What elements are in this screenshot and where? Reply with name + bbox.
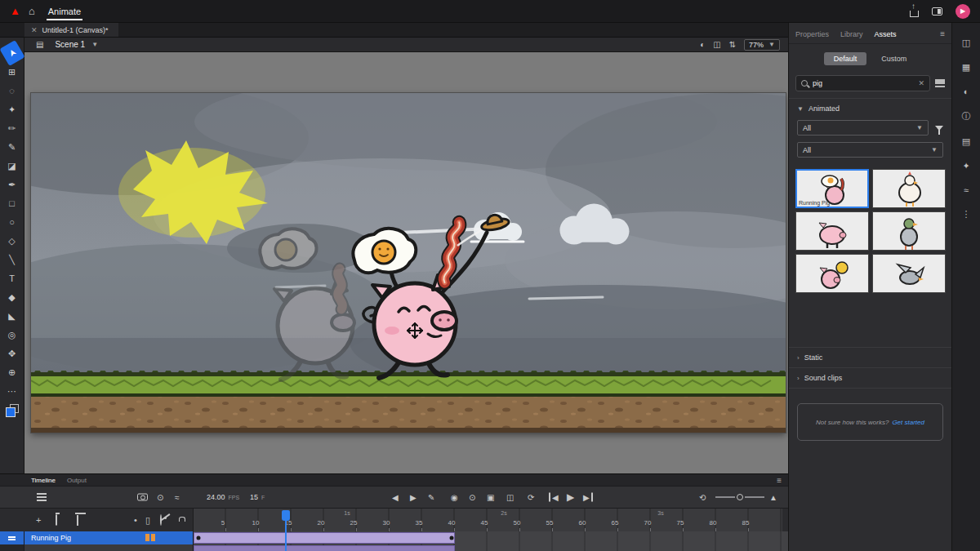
clear-search-icon[interactable]: ✕ bbox=[918, 79, 924, 87]
tween-span[interactable] bbox=[194, 545, 455, 551]
show-hide-all-icon[interactable] bbox=[160, 515, 162, 525]
pasteboard[interactable] bbox=[24, 52, 788, 473]
section-static[interactable]: › Static bbox=[789, 347, 951, 367]
asset-thumbnail-6[interactable] bbox=[872, 254, 946, 293]
panel-components-icon[interactable]: ⋮ bbox=[962, 209, 971, 220]
eyedropper-tool[interactable]: ◆ bbox=[2, 288, 22, 306]
stage[interactable] bbox=[31, 93, 786, 433]
layer-name[interactable]: Running Pig bbox=[31, 534, 71, 542]
home-icon[interactable]: ⌂ bbox=[29, 5, 35, 17]
eraser-tool[interactable]: ◪ bbox=[2, 157, 22, 175]
close-tab-icon[interactable]: ✕ bbox=[31, 26, 38, 34]
lasso-tool[interactable]: ◌ bbox=[2, 82, 22, 100]
asset-thumbnail-running-pig[interactable]: Running Pig bbox=[795, 169, 869, 208]
document-tab[interactable]: ✕ Untitled-1 (Canvas)* bbox=[24, 23, 118, 37]
panel-info-icon[interactable]: ⓘ bbox=[962, 110, 971, 122]
tab-assets[interactable]: Assets bbox=[875, 30, 897, 38]
custom-mode-button[interactable]: Custom bbox=[871, 52, 916, 65]
tab-timeline[interactable]: Timeline bbox=[31, 477, 56, 484]
polystar-tool[interactable]: ◇ bbox=[2, 232, 22, 250]
timeline-menu-icon[interactable]: ≡ bbox=[777, 476, 788, 485]
layer-row-running-pig[interactable]: Running Pig bbox=[0, 531, 788, 544]
rectangle-tool[interactable]: □ bbox=[2, 194, 22, 212]
layer-row-2[interactable] bbox=[0, 544, 788, 551]
fluid-brush-tool[interactable]: ✏ bbox=[2, 119, 22, 137]
free-transform-tool[interactable]: ⊞ bbox=[2, 63, 22, 81]
workspace-icon[interactable] bbox=[932, 7, 942, 16]
show-parenting-icon[interactable]: ⊙ bbox=[157, 493, 163, 502]
tween-span[interactable] bbox=[194, 532, 455, 544]
pen-tool[interactable]: ✒ bbox=[2, 176, 22, 193]
zoom-stepper-icon[interactable]: ⇅ bbox=[729, 40, 736, 49]
graph-editor-icon[interactable]: ≈ bbox=[175, 493, 180, 502]
panel-menu-icon[interactable]: ≡ bbox=[940, 29, 945, 38]
panel-properties-icon[interactable]: ◫ bbox=[962, 38, 970, 48]
oval-tool[interactable]: ○ bbox=[2, 213, 22, 231]
scene-chevron-icon[interactable]: ▼ bbox=[91, 41, 98, 48]
get-started-link[interactable]: Get started bbox=[892, 419, 924, 426]
asset-thumbnail-4[interactable] bbox=[872, 211, 946, 251]
asset-warp-tool[interactable]: ✦ bbox=[2, 100, 22, 118]
share-icon[interactable] bbox=[910, 11, 919, 17]
line-tool[interactable]: ╲ bbox=[2, 251, 22, 269]
frame-rate-value[interactable]: 24.00FPS bbox=[207, 493, 239, 501]
panel-align-icon[interactable]: ▦ bbox=[962, 62, 970, 73]
asset-thumbnail-2[interactable] bbox=[872, 169, 946, 208]
asset-thumbnail-3[interactable] bbox=[795, 211, 869, 251]
panel-graph-icon[interactable]: ≈ bbox=[964, 185, 969, 195]
edit-scene-icon[interactable]: ▤ bbox=[36, 40, 43, 49]
marker-range-icon[interactable]: ◫ bbox=[506, 493, 514, 502]
prev-keyframe-icon[interactable]: ◀ bbox=[392, 493, 399, 502]
fill-stroke-swatches[interactable] bbox=[6, 404, 19, 417]
layers-icon[interactable] bbox=[37, 493, 47, 501]
tab-properties[interactable]: Properties bbox=[795, 30, 829, 38]
asset-search-field[interactable]: ✕ bbox=[795, 75, 930, 91]
onion-skin-icon[interactable]: ◉ bbox=[451, 493, 458, 502]
insert-keyframe-icon[interactable]: ✎ bbox=[428, 493, 434, 502]
search-input[interactable] bbox=[813, 79, 913, 87]
new-layer-icon[interactable]: + bbox=[36, 515, 41, 525]
more-tools[interactable]: ⋯ bbox=[2, 382, 22, 400]
clip-content-icon[interactable]: ◐ bbox=[700, 40, 705, 49]
hand-tool[interactable]: ✥ bbox=[2, 344, 22, 362]
playhead[interactable] bbox=[282, 510, 290, 521]
section-sound-clips[interactable]: › Sound clips bbox=[789, 367, 951, 389]
zoom-tool[interactable]: ⊕ bbox=[2, 363, 22, 381]
tab-output[interactable]: Output bbox=[67, 477, 87, 484]
step-back-icon[interactable]: ◀ bbox=[549, 493, 559, 502]
app-title[interactable]: Animate bbox=[47, 2, 82, 21]
layer-track[interactable] bbox=[194, 531, 788, 544]
next-keyframe-icon[interactable]: ▶ bbox=[410, 493, 416, 502]
list-view-icon[interactable] bbox=[935, 79, 945, 87]
text-tool[interactable]: T bbox=[2, 269, 22, 287]
tab-library[interactable]: Library bbox=[840, 30, 863, 38]
animated-subcategory-select[interactable]: All ▼ bbox=[797, 142, 943, 158]
step-forward-icon[interactable]: ▶ bbox=[583, 493, 593, 502]
play-icon[interactable]: ▶ bbox=[567, 491, 574, 503]
reset-timeline-zoom-icon[interactable]: ⟲ bbox=[699, 493, 706, 502]
loop-icon[interactable]: ⟳ bbox=[528, 493, 534, 502]
section-animated[interactable]: ▼ Animated bbox=[789, 98, 951, 118]
layer-track[interactable] bbox=[194, 544, 788, 551]
panel-swatches-icon[interactable]: ▤ bbox=[962, 136, 970, 147]
edit-multiple-frames-icon[interactable]: ▣ bbox=[487, 493, 494, 502]
delete-layer-icon[interactable] bbox=[77, 515, 78, 525]
panel-color-icon[interactable]: ◐ bbox=[964, 87, 969, 96]
quick-share-play-icon[interactable]: ▶ bbox=[956, 4, 970, 19]
filter-icon[interactable] bbox=[935, 126, 943, 131]
scene-name[interactable]: Scene 1 bbox=[55, 40, 85, 49]
camera-tool[interactable]: ◎ bbox=[2, 326, 22, 344]
timeline-zoom-fit-icon[interactable]: ▲ bbox=[769, 493, 777, 502]
animated-category-select[interactable]: All ▼ bbox=[797, 120, 929, 136]
highlight-layers-icon[interactable]: • bbox=[134, 515, 137, 525]
paint-bucket-tool[interactable]: ◣ bbox=[2, 307, 22, 325]
default-mode-button[interactable]: Default bbox=[824, 52, 867, 65]
panel-brushes-icon[interactable]: ✦ bbox=[962, 161, 969, 171]
onion-outline-icon[interactable]: ⊙ bbox=[469, 493, 475, 502]
asset-thumbnail-5[interactable] bbox=[795, 254, 869, 293]
classic-brush-tool[interactable]: ✎ bbox=[2, 138, 22, 156]
add-camera-icon[interactable] bbox=[137, 494, 148, 501]
timeline-zoom-slider[interactable] bbox=[715, 494, 764, 500]
outline-layers-icon[interactable]: ▯ bbox=[145, 515, 150, 526]
center-stage-icon[interactable]: ◫ bbox=[713, 40, 720, 49]
